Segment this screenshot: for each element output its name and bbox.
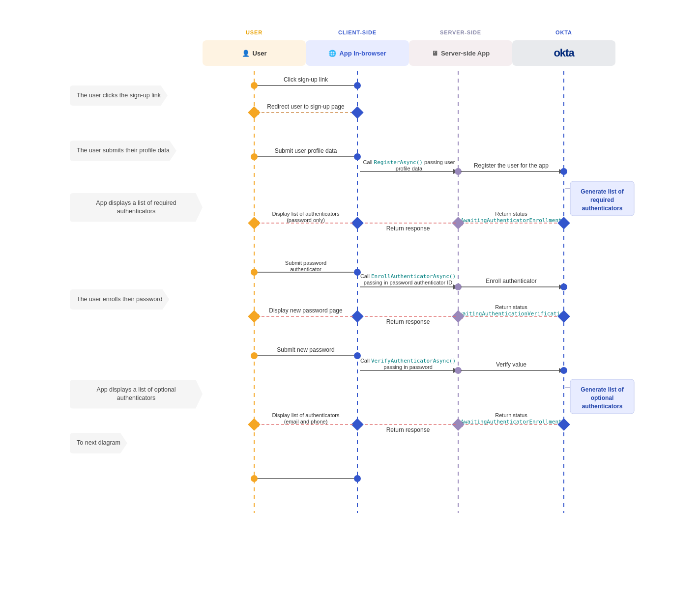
node-user-msg12 (251, 475, 258, 482)
label-msg11c-2: (email and phone) (284, 419, 328, 424)
node-user-msg8c (248, 310, 260, 322)
node-user-msg3 (251, 153, 258, 160)
label-msg5c-1: Display list of authenticators (272, 211, 340, 217)
label-msg6-1: Submit password (285, 260, 326, 266)
node-user-msg5c (248, 217, 260, 229)
sidenote-1-text3: authenticators (582, 205, 623, 212)
node-client-msg2 (351, 106, 363, 118)
label-msg8b: Return response (386, 318, 430, 325)
node-user-msg6 (251, 269, 258, 276)
sidenote-1-text1: Generate list of (581, 188, 624, 195)
node-client-msg9 (354, 352, 361, 359)
okta-logo: okta (554, 47, 574, 59)
annotation-5: App displays a list of optional authenti… (70, 380, 203, 409)
node-server-msg4a (455, 168, 462, 175)
label-msg3: Submit user profile data (275, 147, 337, 154)
sidenote-2-text3: authenticators (582, 403, 623, 410)
user-lane-label: USER (203, 29, 306, 35)
label-msg7a-1: Call EnrollAuthenticatorAsync() (360, 273, 456, 280)
label-msg2: Redirect user to sign-up page (267, 103, 345, 110)
diagram-container: USER 👤 User CLIENT-SIDE 🌐 App In-browser… (60, 20, 640, 529)
label-msg6-2: authenticator (290, 266, 321, 272)
label-msg4a-2: profile data (396, 166, 423, 171)
node-user-msg1 (251, 82, 258, 89)
annotation-6: To next diagram (70, 433, 127, 453)
lane-header-user: USER 👤 User (203, 29, 306, 66)
node-okta-msg4b (560, 168, 567, 175)
annotation-1: The user clicks the sign-up link (70, 85, 168, 106)
label-msg5a-2: AwaitingAuthenticatorEnrollment (461, 217, 561, 224)
server-actor-box: 🖥 Server-side App (409, 40, 512, 66)
label-msg8a-1: Return status (495, 304, 527, 310)
okta-lane-label: OKTA (512, 29, 615, 35)
label-msg11a-2: AwaitingAuthenticatorEnrollment (461, 419, 561, 425)
label-msg11c-1: Display list of authenticators (272, 412, 340, 418)
label-msg10b: Verify value (496, 361, 526, 368)
label-msg5a-1: Return status (495, 211, 527, 217)
globe-icon: 🌐 (328, 50, 336, 57)
okta-actor-box: okta (512, 40, 615, 66)
user-actor-label: User (253, 50, 267, 57)
annotation-3: App displays a list of required authenti… (70, 193, 203, 222)
node-client-msg6 (354, 269, 361, 276)
label-msg4a-1: Call RegisterAsync() passing user (363, 159, 455, 166)
sidebar: The user clicks the sign-up link The use… (70, 66, 203, 519)
label-msg7b: Enroll authenticator (486, 278, 536, 284)
server-lane-label: SERVER-SIDE (409, 29, 512, 35)
server-actor-label: Server-side App (441, 50, 490, 57)
label-msg1: Click sign-up link (284, 76, 328, 83)
sequence-svg: Click sign-up link Redirect user to sign… (203, 66, 645, 518)
label-msg5b: Return response (386, 225, 430, 232)
user-icon: 👤 (242, 50, 250, 57)
label-msg7a-2: passing in password authenticator ID (364, 280, 452, 285)
sidenote-2-text2: optional (591, 395, 614, 401)
node-okta-msg7b (560, 283, 567, 290)
sequence-diagram: Click sign-up link Redirect user to sign… (203, 66, 645, 519)
lane-header-server: SERVER-SIDE 🖥 Server-side App (409, 29, 512, 66)
node-server-msg7a (455, 283, 462, 290)
node-user-msg11c (248, 418, 260, 430)
node-client-msg1 (354, 82, 361, 89)
annotation-4: The user enrolls their password (70, 289, 169, 310)
client-actor-box: 🌐 App In-browser (306, 40, 409, 66)
lane-header-okta: OKTA okta (512, 29, 615, 66)
node-user-msg2 (248, 106, 260, 118)
server-icon: 🖥 (432, 50, 438, 57)
label-msg8a-2: AwaitingAuthenticationVerification (456, 311, 566, 317)
label-msg11a-1: Return status (495, 412, 527, 418)
label-msg9: Submit new password (277, 346, 334, 353)
user-actor-box: 👤 User (203, 40, 306, 66)
node-client-msg8b (351, 310, 363, 322)
node-client-msg11b (351, 418, 363, 430)
annotation-2: The user submits their profile data (70, 141, 176, 161)
label-msg10a-1: Call VerifyAuthenticatorAsync() (360, 358, 456, 364)
node-user-msg9 (251, 352, 258, 359)
label-msg5c-2: (password only) (287, 217, 325, 223)
node-server-msg10a (455, 367, 462, 374)
header-row: USER 👤 User CLIENT-SIDE 🌐 App In-browser… (203, 29, 630, 66)
label-msg10a-2: passing in password (383, 364, 433, 370)
label-msg11b: Return response (386, 426, 430, 433)
sidenote-1-text2: required (590, 197, 614, 203)
label-msg4b: Register the user for the app (474, 162, 549, 169)
label-msg8c: Display new password page (269, 307, 343, 314)
node-okta-msg10b (560, 367, 567, 374)
client-lane-label: CLIENT-SIDE (306, 29, 409, 35)
node-client-msg12 (354, 475, 361, 482)
node-client-msg3 (354, 153, 361, 160)
sidenote-2-text1: Generate list of (581, 386, 624, 393)
node-client-msg5b (351, 217, 363, 229)
client-actor-label: App In-browser (339, 50, 386, 57)
lane-header-client: CLIENT-SIDE 🌐 App In-browser (306, 29, 409, 66)
